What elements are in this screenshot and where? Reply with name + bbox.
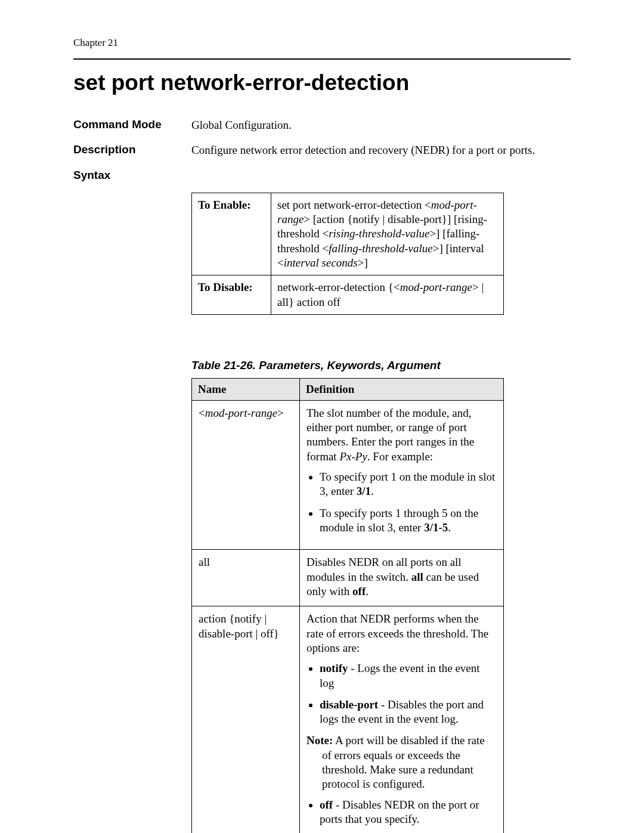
param-action-bullets-1: notify - Logs the event in the event log… bbox=[306, 661, 497, 726]
syntax-block: To Enable: set port network-error-detect… bbox=[191, 193, 571, 833]
param-mod-port-range-bullets: To specify port 1 on the module in slot … bbox=[306, 470, 497, 535]
param-table: Name Definition <mod-port-range> The slo… bbox=[191, 378, 504, 833]
header-rule bbox=[73, 58, 571, 60]
text-description: Configure network error detection and re… bbox=[191, 143, 571, 157]
param-action-note: Note: A port will be disabled if the rat… bbox=[306, 733, 497, 791]
page-title: set port network-error-detection bbox=[73, 70, 571, 95]
param-row-all: all Disables NEDR on all ports on all mo… bbox=[192, 550, 504, 606]
row-command-mode: Command Mode Global Configuration. bbox=[73, 118, 571, 132]
list-item: To specify ports 1 through 5 on the modu… bbox=[320, 506, 497, 535]
param-def-mod-port-range: The slot number of the module, and, eith… bbox=[300, 400, 504, 550]
label-syntax: Syntax bbox=[73, 169, 191, 182]
param-def-action: Action that NEDR performs when the rate … bbox=[300, 606, 504, 833]
label-description: Description bbox=[73, 143, 191, 157]
syntax-disable-text: network-error-detection {<mod-port-range… bbox=[271, 275, 504, 315]
row-description: Description Configure network error dete… bbox=[73, 143, 571, 157]
list-item: off - Disables NEDR on the port or ports… bbox=[320, 798, 497, 827]
syntax-enable-label: To Enable: bbox=[192, 193, 271, 275]
document-page: Chapter 21 set port network-error-detect… bbox=[0, 0, 644, 833]
chapter-label: Chapter 21 bbox=[73, 37, 571, 49]
param-def-all: Disables NEDR on all ports on all module… bbox=[300, 550, 504, 606]
list-item: notify - Logs the event in the event log bbox=[320, 661, 497, 690]
param-name-all: all bbox=[192, 550, 300, 606]
row-syntax: Syntax bbox=[73, 169, 571, 182]
list-item: disable-port - Disables the port and log… bbox=[320, 698, 497, 727]
syntax-empty bbox=[191, 169, 571, 182]
param-name-action: action {notify | disable-port | off} bbox=[192, 606, 300, 833]
list-item: To specify port 1 on the module in slot … bbox=[320, 470, 497, 499]
param-action-bullets-2: off - Disables NEDR on the port or ports… bbox=[306, 798, 497, 827]
param-table-caption: Table 21-26. Parameters, Keywords, Argum… bbox=[191, 359, 571, 372]
param-header-name: Name bbox=[192, 378, 300, 400]
syntax-row-disable: To Disable: network-error-detection {<mo… bbox=[192, 275, 504, 315]
syntax-disable-label: To Disable: bbox=[192, 275, 271, 315]
param-row-action: action {notify | disable-port | off} Act… bbox=[192, 606, 504, 833]
syntax-row-enable: To Enable: set port network-error-detect… bbox=[192, 193, 504, 275]
label-command-mode: Command Mode bbox=[73, 118, 191, 132]
param-row-mod-port-range: <mod-port-range> The slot number of the … bbox=[192, 400, 504, 550]
param-name-mod-port-range: <mod-port-range> bbox=[192, 400, 300, 550]
param-header-definition: Definition bbox=[300, 378, 504, 400]
syntax-enable-text: set port network-error-detection <mod-po… bbox=[271, 193, 504, 275]
param-header-row: Name Definition bbox=[192, 378, 504, 400]
syntax-table: To Enable: set port network-error-detect… bbox=[191, 193, 504, 315]
text-command-mode: Global Configuration. bbox=[191, 118, 571, 132]
